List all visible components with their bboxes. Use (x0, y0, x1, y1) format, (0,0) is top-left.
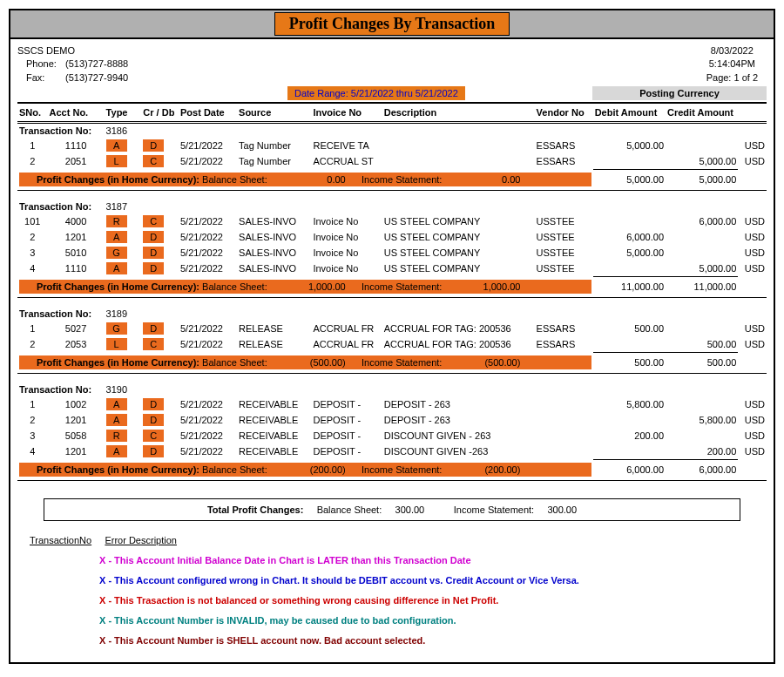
col-postdate: Post Date (179, 103, 237, 123)
cell-vendor (535, 443, 593, 459)
company-block: SSCS DEMO Phone: (513)727-8888 Fax: (513… (17, 44, 128, 85)
date-range-row: Date Range: 5/21/2022 thru 5/21/2022 Pos… (17, 86, 767, 100)
col-credit: Credit Amount (666, 103, 738, 123)
subtotal-credit: 5,000.00 (666, 169, 738, 191)
cell-date: 5/21/2022 (179, 396, 237, 412)
posting-currency-label: Posting Currency (592, 86, 767, 100)
cell-crdb: D (141, 245, 179, 261)
cell-type: A (105, 138, 142, 153)
cell-crdb: C (141, 428, 179, 443)
col-vendor: Vendor No (535, 103, 593, 123)
cell-sno: 3 (17, 428, 48, 443)
cell-vendor: ESSARS (535, 153, 593, 169)
meta-time: 5:14:04PM (706, 58, 758, 71)
cell-desc: US STEEL COMPANY (382, 245, 535, 261)
spacer-row (17, 191, 767, 200)
table-row: 1014000RC5/21/2022SALES-INVOInvoice NoUS… (17, 213, 767, 229)
txn-no-label: Transaction No: (17, 383, 105, 396)
cell-debit: 6,000.00 (593, 229, 666, 245)
legend-row: X - This Trasaction is not balanced or s… (99, 592, 763, 610)
profit-bs-val: (200.00) (267, 464, 346, 475)
transaction-no-row: Transaction No:3190 (17, 383, 767, 396)
crdb-chip: D (143, 262, 164, 274)
cell-acct: 1201 (48, 229, 105, 245)
cell-invoice: DEPOSIT - (311, 428, 382, 443)
cell-vendor: USSTEE (535, 213, 593, 229)
cell-sno: 4 (17, 261, 48, 276)
cell-debit: 5,800.00 (593, 396, 666, 412)
crdb-chip: C (143, 215, 164, 227)
cell-acct: 1201 (48, 443, 105, 459)
crdb-chip: D (143, 414, 164, 426)
phone: (513)727-8888 (65, 58, 128, 69)
col-debit: Debit Amount (593, 103, 666, 123)
table-row: 41110AD5/21/2022SALES-INVOInvoice NoUS S… (17, 261, 767, 276)
cell-vendor (535, 396, 593, 412)
cell-type: A (105, 261, 142, 276)
cell-date: 5/21/2022 (179, 245, 237, 261)
cell-type: L (105, 153, 142, 169)
table-row: 35058RC5/21/2022RECEIVABLEDEPOSIT -DISCO… (17, 428, 767, 443)
col-source: Source (237, 103, 311, 123)
report-table: SNo. Acct No. Type Cr / Db Post Date Sou… (17, 102, 767, 490)
subtotal-debit: 11,000.00 (593, 276, 666, 298)
cell-debit (593, 443, 666, 459)
cell-invoice: Invoice No (311, 261, 382, 276)
cell-sno: 4 (17, 443, 48, 459)
cell-currency: USD (738, 229, 767, 245)
profit-is-val: 1,000.00 (442, 281, 520, 292)
type-chip: A (106, 398, 127, 410)
cell-debit: 500.00 (593, 321, 666, 336)
profit-subtotal-row: Profit Changes (in Home Currency): Balan… (17, 352, 767, 374)
type-chip: A (106, 445, 127, 457)
transaction-no-row: Transaction No:3186 (17, 123, 767, 139)
profit-bs-label: Balance Sheet: (202, 357, 267, 368)
report-title: Profit Changes By Transaction (274, 12, 510, 36)
report-container: Profit Changes By Transaction SSCS DEMO … (9, 9, 775, 664)
grand-total: Total Profit Changes: Balance Sheet: 300… (44, 498, 740, 521)
date-range: Date Range: 5/21/2022 thru 5/21/2022 (287, 86, 465, 100)
cell-credit: 5,000.00 (666, 261, 738, 276)
cell-desc: ACCRUAL FOR TAG: 200536 (382, 336, 535, 352)
profit-bar: Profit Changes (in Home Currency): Balan… (19, 280, 591, 294)
subtotal-debit: 5,000.00 (593, 169, 666, 191)
cell-invoice: ACCRUAL FR (311, 336, 382, 352)
txn-no-label: Transaction No: (17, 307, 105, 321)
cell-sno: 2 (17, 412, 48, 428)
cell-crdb: D (141, 412, 179, 428)
cell-type: R (105, 213, 142, 229)
cell-currency: USD (738, 245, 767, 261)
table-row: 11002AD5/21/2022RECEIVABLEDEPOSIT -DEPOS… (17, 396, 767, 412)
cell-type: A (105, 229, 142, 245)
cell-desc: US STEEL COMPANY (382, 261, 535, 276)
cell-acct: 1110 (48, 261, 105, 276)
col-crdb: Cr / Db (141, 103, 179, 123)
fax-label: Fax: (26, 71, 63, 85)
col-desc: Description (382, 103, 535, 123)
cell-desc: DEPOSIT - 263 (382, 412, 535, 428)
type-chip: L (106, 155, 127, 167)
cell-vendor (535, 428, 593, 443)
cell-crdb: D (141, 261, 179, 276)
col-type: Type (105, 103, 142, 123)
profit-bs-label: Balance Sheet: (202, 464, 267, 475)
table-row: 41201AD5/21/2022RECEIVABLEDEPOSIT -DISCO… (17, 443, 767, 459)
cell-desc: DISCOUNT GIVEN - 263 (382, 428, 535, 443)
meta-block: 8/03/2022 5:14:04PM Page: 1 of 2 (706, 44, 758, 85)
cell-source: RECEIVABLE (237, 428, 311, 443)
cell-currency: USD (738, 412, 767, 428)
legend-row: X - This Account Number is SHELL account… (99, 632, 763, 650)
cell-crdb: D (141, 321, 179, 336)
profit-bs-val: 1,000.00 (267, 281, 346, 292)
type-chip: G (106, 247, 127, 259)
cell-type: G (105, 245, 142, 261)
profit-bar: Profit Changes (in Home Currency): Balan… (19, 173, 591, 186)
cell-sno: 3 (17, 245, 48, 261)
cell-crdb: D (141, 396, 179, 412)
subtotal-credit: 6,000.00 (666, 459, 738, 481)
cell-crdb: C (141, 336, 179, 352)
cell-crdb: D (141, 138, 179, 153)
type-chip: A (106, 414, 127, 426)
cell-vendor (535, 412, 593, 428)
profit-bar: Profit Changes (in Home Currency): Balan… (19, 355, 591, 369)
